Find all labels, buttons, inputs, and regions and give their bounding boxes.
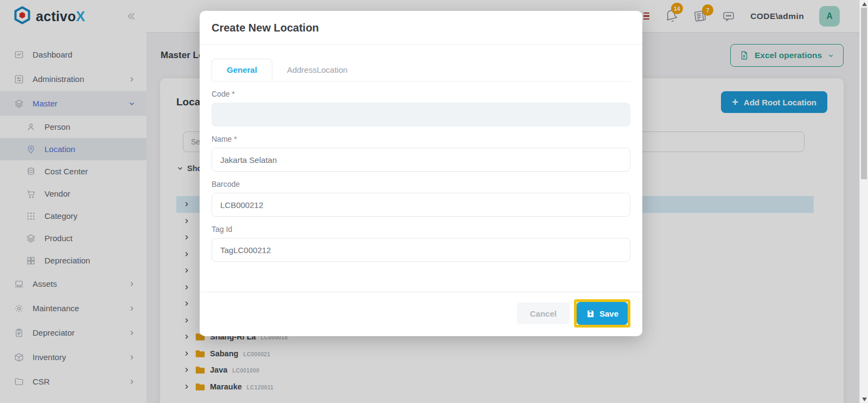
save-floppy-icon <box>586 309 595 318</box>
page-scrollbar[interactable] <box>859 0 868 403</box>
modal-title: Create New Location <box>212 22 319 34</box>
name-field[interactable] <box>212 148 630 172</box>
scroll-down-arrow[interactable] <box>860 395 868 403</box>
create-location-modal: Create New Location General AddressLocat… <box>200 11 642 336</box>
save-button-label: Save <box>599 309 618 318</box>
save-button[interactable]: Save <box>577 302 628 325</box>
cancel-button[interactable]: Cancel <box>517 303 570 324</box>
barcode-field[interactable] <box>212 193 630 217</box>
save-button-highlight: Save <box>574 299 630 328</box>
tab-general[interactable]: General <box>212 59 272 81</box>
name-label: Name * <box>212 135 630 143</box>
tag-id-field[interactable] <box>212 238 630 262</box>
code-label: Code * <box>212 90 630 98</box>
tag-id-label: Tag Id <box>212 225 630 234</box>
code-field[interactable] <box>212 103 630 127</box>
scroll-up-arrow[interactable] <box>860 0 868 8</box>
modal-tabs: General AddressLocation <box>212 59 630 81</box>
barcode-label: Barcode <box>212 180 630 188</box>
tab-addresslocation[interactable]: AddressLocation <box>272 59 362 81</box>
scrollbar-thumb[interactable] <box>861 8 867 179</box>
